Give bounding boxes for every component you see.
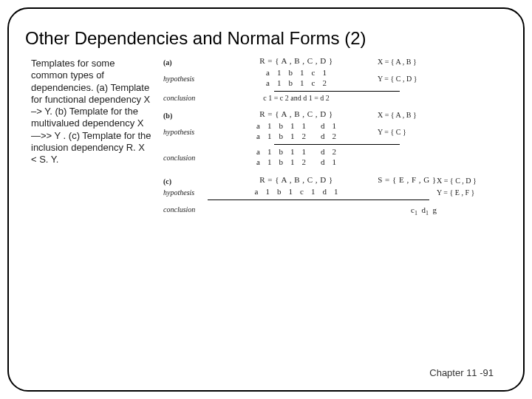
panel-a-tuples: a1 b1 c1 a1 b1 c2 (215, 68, 378, 89)
panel-c-tuples-hyp: a1 b1 c1 d1 (215, 187, 378, 197)
conclusion-label-b: conclusion (163, 154, 215, 162)
panel-c-X: X = { C , D } (437, 177, 503, 185)
panel-a-conclusion-text: c 1 = c 2 and d 1 = d 2 (215, 94, 378, 102)
panel-a-Y: Y = { C , D } (378, 75, 437, 83)
panel-c-rule (208, 200, 429, 200)
panel-b-header: (b) R = { A , B , C , D } X = { A , B } (163, 109, 510, 120)
panel-c-Y: Y = { E , F } (437, 188, 503, 197)
hypothesis-label: hypothesis (163, 75, 215, 83)
panel-c-conclusion-tuple: c1 d1 g (378, 205, 443, 216)
panel-b-tuples-hyp: a1 b1 1 d1 a1 b1 2 d2 (215, 121, 378, 142)
conclusion-label: conclusion (163, 94, 215, 102)
hypothesis-label-b: hypothesis (163, 128, 215, 136)
panel-a-X: X = { A , B } (378, 58, 437, 66)
panel-b-Y: Y = { C } (378, 128, 437, 136)
panel-b-rule (274, 144, 400, 145)
panel-b-hyp: hypothesis a1 b1 1 d1 a1 b1 2 d2 Y (163, 121, 510, 142)
panel-b-concl: conclusion a1 b1 1 d2 a1 b1 2 d1 (163, 147, 510, 168)
figure-area: (a) R = { A , B , C , D } X = { A , B } … (163, 56, 510, 218)
panel-a-row1: a1 b1 c1 (262, 68, 330, 77)
panel-c-header: (c) R = { A , B , C , D } S = { E , F , … (163, 175, 510, 185)
panel-c-R: R = { A , B , C , D } (215, 175, 378, 184)
panel-a-hyp: hypothesis a1 b1 c1 a1 b1 c2 Y = { C , D… (163, 68, 510, 89)
panel-b-row4: a1 b1 2 d1 (253, 157, 340, 166)
slide-frame: Other Dependencies and Normal Forms (2) … (7, 7, 525, 392)
panel-c-hyp: hypothesis a1 b1 c1 d1 Y = { E , F } (163, 187, 510, 197)
hypothesis-label-c: hypothesis (163, 188, 215, 197)
panel-c-label: (c) (163, 176, 215, 185)
slide-footer: Chapter 11 -91 (429, 367, 494, 378)
panel-a-concl: conclusion c 1 = c 2 and d 1 = d 2 (163, 94, 510, 102)
figure-caption: Templates for some common types of depen… (31, 58, 153, 166)
slide-content: Templates for some common types of depen… (22, 56, 510, 218)
slide-title: Other Dependencies and Normal Forms (2) (25, 28, 510, 49)
panel-a-label: (a) (163, 57, 215, 66)
conclusion-label-c: conclusion (163, 205, 215, 214)
panel-a-R: R = { A , B , C , D } (215, 56, 378, 65)
panel-c-row1: a1 b1 c1 d1 (251, 187, 342, 196)
panel-b-row3: a1 b1 1 d2 (253, 147, 340, 156)
panel-b-row2: a1 b1 2 d2 (253, 132, 340, 140)
panel-a-header: (a) R = { A , B , C , D } X = { A , B } (163, 56, 510, 66)
panel-b-label: (b) (163, 110, 215, 120)
panel-b-tuples-concl: a1 b1 1 d2 a1 b1 2 d1 (215, 147, 378, 168)
panel-a-rule (274, 91, 400, 92)
panel-b-row1: a1 b1 1 d1 (253, 121, 340, 130)
panel-a-row2: a1 b1 c2 (262, 78, 330, 87)
panel-b-R: R = { A , B , C , D } (215, 109, 378, 118)
panel-c-S: S = { E , F , G } (378, 175, 437, 184)
panel-c-concl: conclusion c1 d1 g (163, 202, 510, 216)
panel-b-X: X = { A , B } (378, 111, 437, 119)
